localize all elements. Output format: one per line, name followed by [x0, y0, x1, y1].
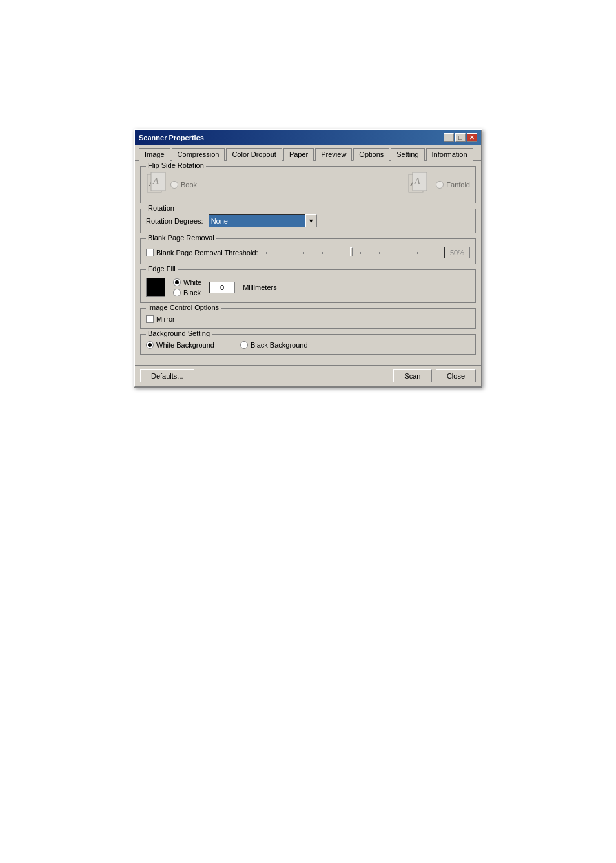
tick-2	[285, 252, 285, 254]
threshold-value: 50	[450, 249, 458, 256]
mirror-checkbox[interactable]	[146, 315, 154, 323]
tab-preview[interactable]: Preview	[315, 148, 352, 161]
tab-paper[interactable]: Paper	[283, 148, 314, 161]
book-option: A A Book	[146, 172, 197, 198]
tab-compression[interactable]: Compression	[172, 148, 225, 161]
threshold-percent-box: 50 %	[444, 247, 470, 258]
threshold-label: Blank Page Removal Threshold:	[156, 249, 258, 256]
black-radio[interactable]	[173, 289, 181, 296]
svg-text:A: A	[414, 176, 420, 186]
tick-6	[360, 252, 361, 254]
fanfold-radio-label[interactable]: Fanfold	[436, 181, 470, 189]
mm-unit: Millimeters	[243, 284, 277, 291]
tick-3	[303, 252, 304, 254]
tab-color-dropout[interactable]: Color Dropout	[226, 148, 282, 161]
bg-setting-content: White Background Black Background	[146, 337, 470, 349]
edge-fill-preview	[146, 278, 165, 297]
minimize-button[interactable]: _	[444, 133, 454, 142]
blank-page-row: Blank Page Removal Threshold:	[146, 242, 470, 258]
threshold-checkbox[interactable]	[146, 249, 154, 256]
defaults-button[interactable]: Defaults...	[140, 369, 194, 382]
white-radio[interactable]	[173, 278, 181, 286]
title-bar: Scanner Properties _ □ ✕	[135, 130, 481, 145]
edge-fill-label: Edge Fill	[146, 265, 178, 273]
title-bar-text: Scanner Properties	[139, 134, 204, 141]
tick-1	[266, 252, 267, 254]
flip-side-rotation-label: Flip Side Rotation	[146, 161, 206, 169]
white-label: White	[183, 278, 201, 286]
black-bg-radio[interactable]	[240, 341, 248, 349]
tab-setting[interactable]: Setting	[391, 148, 424, 161]
tab-options[interactable]: Options	[353, 148, 389, 161]
fanfold-radio[interactable]	[436, 181, 444, 189]
image-control-options-group: Image Control Options Mirror	[140, 308, 476, 329]
black-radio-label[interactable]: Black	[173, 289, 201, 296]
slider-thumb[interactable]	[350, 247, 353, 256]
scan-button[interactable]: Scan	[393, 369, 432, 382]
mm-input[interactable]: 0	[209, 282, 235, 293]
tick-9	[417, 252, 418, 254]
rotation-label: Rotation	[146, 204, 176, 212]
rotation-degrees-label: Rotation Degrees:	[146, 217, 203, 225]
tick-8	[398, 252, 398, 254]
rotation-group: Rotation Rotation Degrees: None ▼	[140, 209, 476, 233]
background-setting-group: Background Setting White Background Blac…	[140, 334, 476, 355]
rotation-select-value[interactable]: None	[209, 214, 305, 227]
mirror-row: Mirror	[146, 311, 470, 323]
blank-page-removal-label: Blank Page Removal	[146, 234, 216, 242]
tab-bar: Image Compression Color Dropout Paper Pr…	[135, 145, 481, 161]
fanfold-label: Fanfold	[446, 181, 470, 189]
close-button-footer[interactable]: Close	[436, 369, 476, 382]
edge-fill-radio-group: White Black	[173, 278, 201, 296]
rotation-select-arrow[interactable]: ▼	[305, 214, 317, 227]
white-radio-label[interactable]: White	[173, 278, 201, 286]
book-radio[interactable]	[170, 181, 178, 189]
rotation-row: Rotation Degrees: None ▼	[146, 212, 470, 227]
threshold-unit: %	[458, 249, 464, 256]
threshold-slider-container	[263, 251, 439, 254]
flip-side-rotation-group: Flip Side Rotation A A	[140, 166, 476, 203]
slider-area	[263, 251, 439, 254]
white-bg-radio-label[interactable]: White Background	[146, 341, 214, 349]
dialog-title: Scanner Properties	[139, 134, 204, 141]
dialog-body: Flip Side Rotation A A	[135, 161, 481, 365]
tick-10	[436, 252, 436, 254]
svg-text:A: A	[152, 176, 159, 186]
scanner-properties-dialog: Scanner Properties _ □ ✕ Image Compressi…	[134, 129, 482, 388]
flip-side-content: A A Book A	[146, 169, 470, 198]
footer-btn-group: Scan Close	[393, 369, 476, 382]
black-bg-radio-label[interactable]: Black Background	[240, 341, 308, 349]
tick-5	[342, 252, 342, 254]
mirror-checkbox-label[interactable]: Mirror	[146, 315, 175, 323]
mirror-label: Mirror	[156, 315, 175, 323]
close-button[interactable]: ✕	[467, 133, 477, 142]
book-label: Book	[181, 181, 197, 189]
dialog-footer: Defaults... Scan Close	[135, 365, 481, 386]
maximize-button[interactable]: □	[455, 133, 466, 142]
edge-fill-group: Edge Fill White Black 0	[140, 269, 476, 303]
fanfold-icon: A A	[407, 172, 429, 198]
tick-7	[379, 252, 380, 254]
rotation-select-control: None ▼	[209, 214, 317, 227]
background-setting-label: Background Setting	[146, 329, 212, 337]
title-bar-controls: _ □ ✕	[444, 133, 477, 142]
threshold-checkbox-label[interactable]: Blank Page Removal Threshold:	[146, 249, 258, 256]
blank-page-removal-group: Blank Page Removal Blank Page Removal Th…	[140, 238, 476, 264]
fanfold-option: A A Fanfold	[407, 172, 470, 198]
black-bg-label: Black Background	[251, 341, 308, 349]
book-radio-label[interactable]: Book	[170, 181, 197, 189]
tab-information[interactable]: Information	[426, 148, 473, 161]
white-bg-label: White Background	[156, 341, 214, 349]
edge-fill-content: White Black 0 Millimeters	[146, 273, 470, 297]
tab-image[interactable]: Image	[139, 148, 170, 161]
black-label: Black	[183, 289, 201, 296]
book-icon: A A	[146, 172, 168, 198]
image-control-options-label: Image Control Options	[146, 304, 221, 311]
white-bg-radio[interactable]	[146, 341, 154, 349]
mm-value: 0	[220, 284, 224, 291]
tick-4	[322, 252, 323, 254]
